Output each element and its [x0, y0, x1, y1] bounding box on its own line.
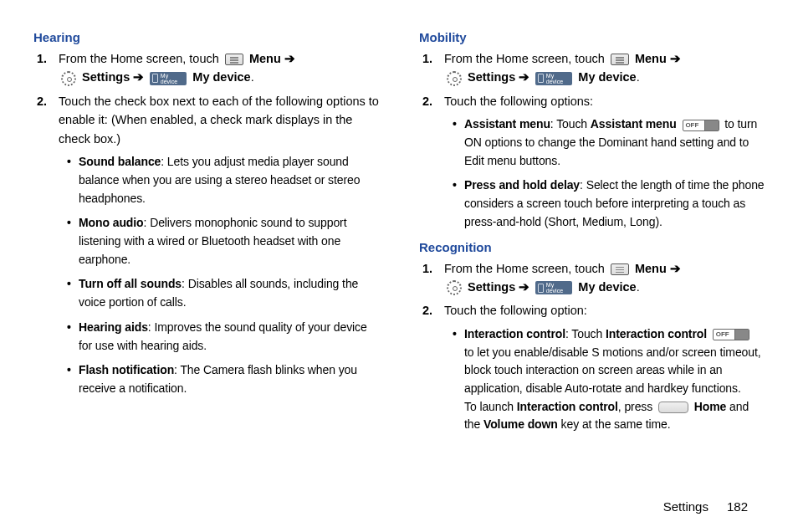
footer-section: Settings: [663, 499, 708, 514]
off-toggle-icon: OFF: [683, 120, 719, 131]
bullet-flash-notification: Flash notification: The Camera flash bli…: [67, 361, 379, 397]
hearing-step-1: 1. From the Home screen, touch Menu ➔ Se…: [59, 49, 379, 87]
mobility-heading: Mobility: [419, 30, 765, 44]
bullet-assistant-menu: Assistant menu: Touch Assistant menu OFF…: [453, 115, 765, 170]
recognition-step-2: 2. Touch the following option: Interacti…: [444, 301, 765, 434]
text: From the Home screen, touch: [444, 262, 605, 275]
right-column: Mobility 1. From the Home screen, touch …: [419, 30, 765, 441]
recognition-heading: Recognition: [419, 240, 765, 254]
my-device-label: My device: [578, 280, 636, 294]
bullet-sound-balance: Sound balance: Lets you adjust media pla…: [67, 153, 379, 207]
text: Touch the check box next to each of the …: [59, 95, 379, 146]
menu-icon: [611, 263, 629, 275]
hearing-heading: Hearing: [33, 30, 379, 44]
bullet-interaction-control: Interaction control: Touch Interaction c…: [453, 325, 765, 434]
text: From the Home screen, touch: [444, 52, 605, 65]
my-device-icon: My device: [535, 72, 572, 85]
settings-label: Settings: [468, 70, 515, 84]
hearing-step-2: 2. Touch the check box next to each of t…: [59, 92, 379, 398]
menu-icon: [611, 54, 629, 65]
mobility-step-2: 2. Touch the following options: Assistan…: [444, 92, 765, 232]
settings-label: Settings: [468, 280, 515, 294]
gear-icon: [61, 71, 76, 86]
home-button-icon: [658, 402, 688, 413]
recognition-step-1: 1. From the Home screen, touch Menu ➔ Se…: [444, 259, 765, 297]
menu-label: Menu: [635, 262, 667, 275]
my-device-icon: My device: [150, 72, 187, 85]
arrow-icon: ➔: [670, 262, 681, 275]
arrow-icon: ➔: [133, 70, 144, 84]
bullet-turn-off-sounds: Turn off all sounds: Disables all sounds…: [67, 275, 379, 311]
bullet-press-hold-delay: Press and hold delay: Select the length …: [453, 176, 765, 231]
bullet-mono-audio: Mono audio: Delivers monophonic sound to…: [67, 214, 379, 269]
gear-icon: [447, 71, 462, 86]
text: From the Home screen, touch: [59, 52, 219, 65]
arrow-icon: ➔: [519, 280, 529, 294]
menu-icon: [225, 54, 243, 65]
bullet-hearing-aids: Hearing aids: Improves the sound quality…: [67, 319, 379, 355]
my-device-label: My device: [578, 70, 636, 84]
gear-icon: [447, 280, 462, 295]
menu-label: Menu: [635, 52, 667, 65]
text: Touch the following options:: [444, 95, 593, 108]
arrow-icon: ➔: [519, 70, 529, 84]
off-toggle-icon: OFF: [713, 329, 749, 340]
my-device-label: My device: [192, 70, 250, 84]
menu-label: Menu: [249, 52, 281, 65]
two-column-layout: Hearing 1. From the Home screen, touch M…: [33, 30, 765, 441]
arrow-icon: ➔: [670, 52, 681, 65]
left-column: Hearing 1. From the Home screen, touch M…: [33, 30, 379, 441]
my-device-icon: My device: [535, 281, 572, 294]
arrow-icon: ➔: [284, 52, 295, 65]
settings-label: Settings: [82, 70, 130, 84]
footer-page-number: 182: [727, 499, 748, 514]
page-footer: Settings 182: [663, 499, 748, 514]
text: Touch the following option:: [444, 304, 587, 317]
mobility-step-1: 1. From the Home screen, touch Menu ➔ Se…: [444, 49, 765, 87]
